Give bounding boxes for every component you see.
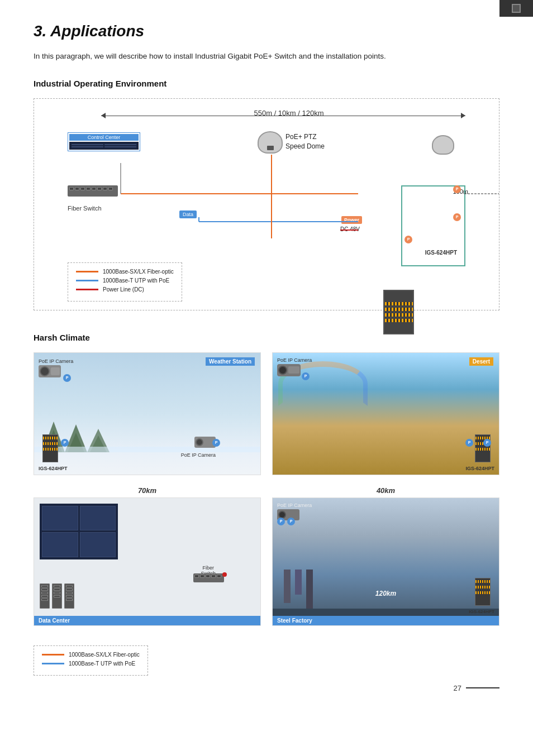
dome-camera-2	[432, 135, 454, 155]
igs-main-label: IGS-624HPT	[425, 250, 457, 256]
igs-device	[383, 290, 414, 334]
dome-camera-1	[258, 131, 283, 154]
control-center: Control Center	[68, 132, 140, 151]
desert-camera	[277, 364, 301, 376]
ws-poe-badge-3: P	[212, 439, 220, 447]
dc48v-label: DC 48V	[340, 226, 360, 232]
ws-camera	[39, 365, 61, 377]
steel-factory-bg	[273, 498, 499, 625]
poe-badge-1: P	[404, 236, 412, 243]
desert-bg	[273, 353, 499, 475]
legend-text-1: 1000Base-SX/LX Fiber-optic	[103, 269, 174, 275]
intro-text: In this paragraph, we will describe how …	[34, 50, 499, 63]
fiber-switch-label: Fiber Switch	[68, 205, 102, 212]
page-number-container: 27	[454, 684, 499, 692]
legend-text-2: 1000Base-T UTP with PoE	[103, 277, 169, 284]
legend-item-1: 1000Base-SX/LX Fiber-optic	[76, 269, 174, 275]
poe-badge-3: P	[453, 185, 461, 193]
poe-badge-2: P	[453, 213, 461, 221]
legend-line-red	[76, 289, 98, 290]
harsh-climate-heading: Harsh Climate	[34, 333, 499, 342]
fiber-switch-device	[68, 185, 118, 197]
page-number-line	[466, 687, 499, 688]
industrial-heading: Industrial Operating Environment	[34, 79, 499, 88]
distance-label: 550m / 10km / 120km	[135, 109, 443, 117]
ws-camera-label: PoE IP Camera	[39, 358, 73, 364]
sf-igs-device	[475, 578, 491, 606]
hc-legend-line-orange	[42, 654, 64, 655]
km-labels-row: 70km 40km	[34, 486, 499, 495]
dc-monitors	[40, 504, 118, 559]
power-bubble: Power	[341, 216, 362, 224]
monitor-screen	[69, 142, 139, 150]
section-title: 3. Applications	[34, 22, 499, 40]
poe-label: PoE+ PTZSpeed Dome	[285, 132, 325, 151]
harsh-legend: 1000Base-SX/LX Fiber-optic 1000Base-T UT…	[34, 645, 148, 676]
data-center-bg: FiberSwitch	[34, 498, 260, 625]
ws-igs-device	[42, 434, 58, 462]
sf-poe-badge-2: P	[287, 518, 295, 525]
sf-poe-badge-1: P	[277, 518, 285, 525]
hc-legend-text-1: 1000Base-SX/LX Fiber-optic	[69, 652, 140, 658]
data-center-label: Data Center	[34, 616, 260, 625]
hc-legend-item-2: 1000Base-T UTP with PoE	[42, 661, 140, 667]
legend-box: 1000Base-SX/LX Fiber-optic 1000Base-T UT…	[68, 262, 182, 302]
hc-legend-item-1: 1000Base-SX/LX Fiber-optic	[42, 652, 140, 658]
data-bubble: Data	[179, 210, 197, 218]
km-label-70: 70km	[34, 486, 261, 495]
desert-igs-label: IGS-624HPT	[465, 466, 494, 471]
desert-camera-label: PoE IP Camera	[277, 357, 312, 363]
hc-legend-text-2: 1000Base-T UTP with PoE	[69, 661, 135, 667]
sf-camera-label: PoE IP Camera	[277, 503, 312, 508]
harsh-climate-section: Harsh Climate	[34, 333, 499, 676]
desert-poe-badge-3: P	[465, 439, 473, 447]
legend-line-orange	[76, 271, 98, 272]
desert-poe-badge-1: P	[302, 372, 310, 380]
data-center-panel: FiberSwitch Data Center	[34, 497, 261, 626]
ws-poe-badge-2: P	[61, 439, 69, 447]
dc-red-marker	[222, 572, 227, 577]
climate-bottom-row: FiberSwitch Data Center	[34, 497, 499, 626]
steel-factory-panel: PoE IP Camera P P IGS-624HPT 120km Steel…	[272, 497, 499, 626]
legend-item-3: Power Line (DC)	[76, 286, 174, 293]
poe-text: PoE+ PTZSpeed Dome	[285, 133, 325, 150]
page-number: 27	[454, 684, 461, 692]
hc-legend-line-blue	[42, 663, 64, 664]
km-label-40: 40km	[272, 486, 499, 495]
harsh-legend-container: 1000Base-SX/LX Fiber-optic 1000Base-T UT…	[34, 637, 499, 676]
legend-text-3: Power Line (DC)	[103, 286, 144, 293]
desert-poe-badge-2: P	[483, 439, 491, 447]
ws-poe-badge-1: P	[63, 374, 71, 382]
legend-line-blue	[76, 280, 98, 281]
weather-station-panel: Weather Station PoE IP Camera P IGS-624H…	[34, 352, 261, 475]
industrial-diagram: 550m / 10km / 120km Control Center Fiber…	[34, 98, 499, 310]
sf-igs-label: IGS-624HPT	[469, 609, 494, 614]
sf-km-label: 120km	[375, 590, 396, 597]
trees-svg	[34, 408, 260, 452]
weather-station-label: Weather Station	[206, 357, 255, 366]
page-container: 3. Applications In this paragraph, we wi…	[0, 0, 533, 709]
control-center-label: Control Center	[69, 134, 139, 141]
weather-station-bg	[34, 353, 260, 475]
sf-chimneys	[284, 570, 313, 609]
ws-trees	[34, 408, 260, 452]
legend-item-2: 1000Base-T UTP with PoE	[76, 277, 174, 284]
desert-label: Desert	[469, 357, 493, 366]
desert-panel: Desert PoE IP Camera P IGS-624HPT P P	[272, 352, 499, 475]
climate-top-row: Weather Station PoE IP Camera P IGS-624H…	[34, 352, 499, 475]
dc-switch-device	[193, 573, 224, 582]
svg-rect-14	[34, 447, 260, 452]
dc-racks	[40, 583, 74, 609]
ws-camera2-label: PoE IP Camera	[181, 452, 216, 458]
steel-factory-label: Steel Factory	[273, 616, 499, 625]
corner-decoration	[499, 0, 533, 17]
ws-igs-label: IGS-624HPT	[39, 466, 68, 471]
